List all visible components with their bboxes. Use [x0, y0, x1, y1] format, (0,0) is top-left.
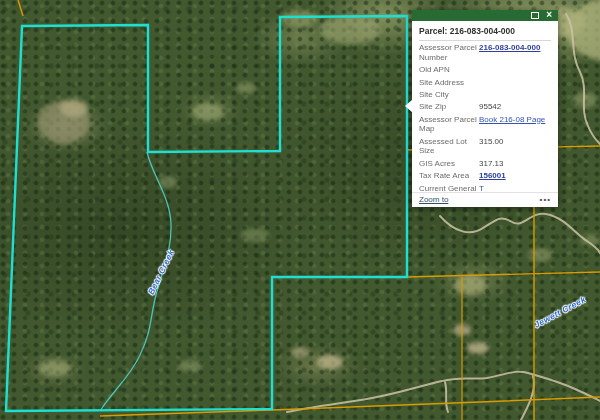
close-icon[interactable]: ×: [546, 10, 552, 20]
attribute-row: Old APN: [419, 64, 551, 76]
attribute-label: Old APN: [419, 64, 479, 76]
popup-attribute-table: Assessor Parcel Number216-083-004-000Old…: [419, 42, 551, 204]
attribute-label: GIS Acres: [419, 158, 479, 170]
orange-line-topleft: [18, 0, 23, 16]
attribute-label: Site City: [419, 89, 479, 101]
attribute-row: Site City: [419, 89, 551, 101]
attribute-row: Assessor Parcel Number216-083-004-000: [419, 42, 551, 64]
attribute-value: 315.00: [479, 136, 551, 158]
attribute-value: [479, 89, 551, 101]
attribute-label: Site Zip: [419, 101, 479, 113]
attribute-label: Assessor Parcel Map: [419, 114, 479, 136]
selected-parcel-boundary[interactable]: [6, 16, 407, 411]
attribute-label: Tax Rate Area: [419, 170, 479, 182]
popup-body: Parcel: 216-083-004-000 Assessor Parcel …: [412, 21, 558, 204]
attribute-row: GIS Acres317.13: [419, 158, 551, 170]
parcel-info-popup: × Parcel: 216-083-004-000 Assessor Parce…: [412, 10, 558, 207]
popup-menu-dots[interactable]: •••: [540, 196, 551, 204]
attribute-value: 317.13: [479, 158, 551, 170]
popup-title: Parcel: 216-083-004-000: [419, 24, 551, 41]
popup-header: ×: [412, 10, 558, 21]
road-bottom-right-1: [287, 372, 600, 412]
attribute-label: Assessed Lot Size: [419, 136, 479, 158]
attribute-label: Site Address: [419, 77, 479, 89]
attribute-value: 95542: [479, 101, 551, 113]
dock-icon[interactable]: [531, 12, 539, 19]
attribute-value: 216-083-004-000: [479, 42, 551, 64]
attribute-value-link[interactable]: 216-083-004-000: [479, 43, 540, 52]
attribute-value: 156001: [479, 170, 551, 182]
attribute-value-link[interactable]: Book 216-08 Page: [479, 115, 545, 124]
attribute-value: [479, 64, 551, 76]
attribute-value: [479, 77, 551, 89]
attribute-value: Book 216-08 Page: [479, 114, 551, 136]
attribute-row: Site Zip95542: [419, 101, 551, 113]
road-bottom-right-2: [521, 376, 534, 420]
attribute-value-link[interactable]: 156001: [479, 171, 506, 180]
attribute-row: Assessor Parcel MapBook 216-08 Page: [419, 114, 551, 136]
road-mid-right: [440, 214, 600, 253]
road-bottom-right-3: [445, 382, 448, 412]
attribute-row: Tax Rate Area156001: [419, 170, 551, 182]
attribute-row: Assessed Lot Size315.00: [419, 136, 551, 158]
attribute-row: Site Address: [419, 77, 551, 89]
orange-line-right-mid: [407, 272, 600, 277]
popup-pointer-arrow: [405, 99, 413, 113]
zoom-to-link[interactable]: Zoom to: [419, 195, 448, 205]
attribute-label: Assessor Parcel Number: [419, 42, 479, 64]
popup-footer: Zoom to •••: [412, 192, 558, 207]
